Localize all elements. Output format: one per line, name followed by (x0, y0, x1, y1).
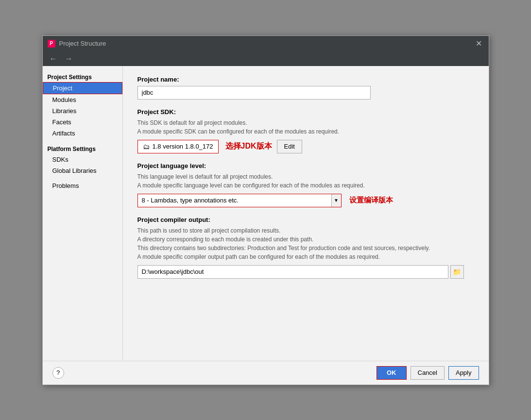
app-icon: P (48, 40, 55, 48)
ok-button[interactable]: OK (377, 366, 407, 380)
sdk-selector-button[interactable]: 🗂 1.8 version 1.8.0_172 (137, 140, 219, 153)
project-name-label: Project name: (137, 76, 474, 83)
edit-sdk-button[interactable]: Edit (277, 140, 302, 153)
project-sdk-group: Project SDK: This SDK is default for all… (137, 108, 474, 153)
compiler-output-desc: This path is used to store all project c… (137, 226, 474, 261)
sdk-row: 🗂 1.8 version 1.8.0_172 选择JDK版本 Edit (137, 140, 474, 153)
language-level-desc: This language level is default for all p… (137, 172, 474, 190)
project-structure-dialog: P Project Structure ✕ ← → Project Settin… (42, 35, 489, 385)
folder-icon: 📁 (453, 268, 461, 276)
toolbar: ← → (43, 51, 489, 66)
sidebar-item-project[interactable]: Project (43, 82, 122, 94)
project-name-input[interactable] (137, 86, 371, 100)
project-sdk-desc1: This SDK is default for all project modu… (137, 118, 474, 136)
footer: ? OK Cancel Apply (43, 361, 489, 385)
sidebar-item-problems[interactable]: Problems (43, 180, 122, 191)
title-bar-left: P Project Structure (48, 40, 106, 48)
apply-button[interactable]: Apply (448, 366, 479, 380)
main-panel: Project name: Project SDK: This SDK is d… (123, 66, 489, 361)
close-button[interactable]: ✕ (474, 39, 484, 49)
language-level-row: 8 - Lambdas, type annotations etc. ▼ 设置编… (137, 194, 474, 207)
browse-folder-button[interactable]: 📁 (450, 265, 464, 279)
project-settings-title: Project Settings (43, 71, 122, 82)
language-level-annotation: 设置编译版本 (349, 196, 393, 205)
compiler-output-label: Project compiler output: (137, 216, 474, 223)
footer-left: ? (52, 367, 64, 379)
language-level-value: 8 - Lambdas, type annotations etc. (138, 197, 331, 204)
project-sdk-label: Project SDK: (137, 108, 474, 116)
dialog-title: Project Structure (59, 40, 106, 47)
platform-settings-title: Platform Settings (43, 143, 122, 154)
sidebar-item-artifacts[interactable]: Artifacts (43, 128, 122, 139)
sdk-annotation: 选择JDK版本 (225, 141, 272, 151)
language-level-group: Project language level: This language le… (137, 162, 474, 207)
sidebar-item-sdks[interactable]: SDKs (43, 154, 122, 165)
language-level-select[interactable]: 8 - Lambdas, type annotations etc. ▼ (137, 194, 342, 207)
sidebar-item-global-libraries[interactable]: Global Libraries (43, 165, 122, 176)
sidebar-item-modules[interactable]: Modules (43, 94, 122, 105)
help-button[interactable]: ? (52, 367, 64, 379)
back-button[interactable]: ← (48, 53, 59, 64)
language-level-label: Project language level: (137, 162, 474, 169)
language-level-arrow-icon: ▼ (331, 194, 341, 207)
project-name-group: Project name: (137, 76, 474, 100)
cancel-button[interactable]: Cancel (411, 366, 445, 380)
compiler-output-row: 📁 (137, 265, 474, 279)
sdk-value-label: 1.8 version 1.8.0_172 (153, 143, 213, 150)
forward-button[interactable]: → (63, 53, 75, 64)
main-content: Project Settings Project Modules Librari… (43, 66, 489, 361)
title-bar: P Project Structure ✕ (43, 36, 489, 51)
sidebar-item-libraries[interactable]: Libraries (43, 105, 122, 117)
sidebar-item-facets[interactable]: Facets (43, 117, 122, 128)
sdk-folder-icon: 🗂 (143, 143, 150, 151)
compiler-output-group: Project compiler output: This path is us… (137, 216, 474, 279)
footer-right: OK Cancel Apply (377, 366, 479, 380)
sidebar: Project Settings Project Modules Librari… (43, 66, 123, 361)
compiler-output-input[interactable] (137, 265, 448, 279)
